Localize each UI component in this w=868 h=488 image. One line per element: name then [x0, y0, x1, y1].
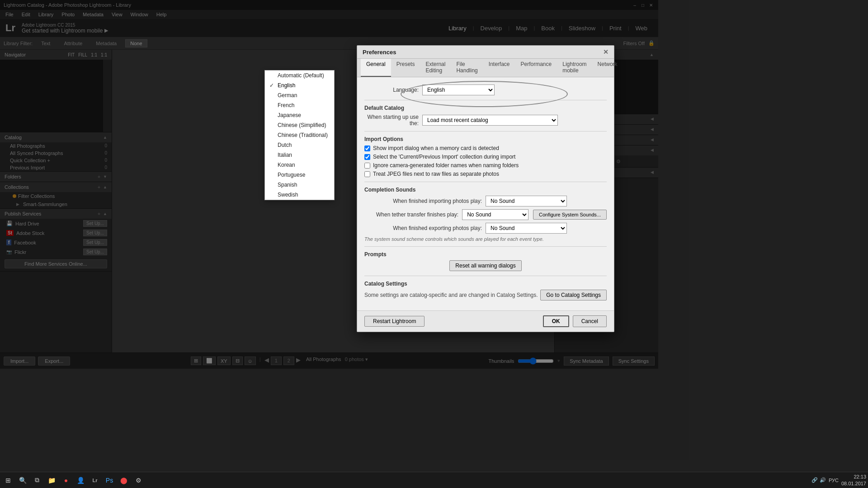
sound-row-2: When tether transfer finishes play: No S… — [364, 209, 607, 220]
completion-sounds-title: Completion Sounds — [364, 187, 607, 193]
dialog-title-bar: Preferences ✕ — [357, 46, 614, 59]
restart-lightroom-btn[interactable]: Restart Lightroom — [364, 316, 425, 327]
sound-select-2[interactable]: No Sound — [462, 209, 528, 220]
sound-label-2: When tether transfer finishes play: — [364, 211, 458, 218]
dialog-tabs: General Presets External Editing File Ha… — [357, 59, 614, 77]
footer-actions: OK Cancel — [543, 315, 607, 327]
lang-option-chinese-simplified[interactable]: Chinese (Simplified) — [265, 120, 334, 130]
sound-note: The system sound scheme controls which s… — [364, 236, 607, 242]
tab-network[interactable]: Network — [592, 59, 623, 77]
sound-row-1: When finished importing photos play: No … — [364, 196, 607, 206]
checkbox-camera-folders[interactable] — [364, 163, 370, 169]
configure-sounds-btn[interactable]: Configure System Sounds... — [533, 210, 607, 220]
reset-row: Reset all warning dialogs — [364, 260, 607, 271]
dialog-close-btn[interactable]: ✕ — [603, 48, 609, 56]
tab-external-editing[interactable]: External Editing — [420, 59, 451, 77]
preferences-dialog: Preferences ✕ General Presets External E… — [357, 45, 614, 332]
tab-interface[interactable]: Interface — [483, 59, 515, 77]
check-row-2: Select the 'Current/Previous Import' col… — [364, 154, 607, 160]
import-options-title: Import Options — [364, 136, 607, 142]
lang-option-auto[interactable]: Automatic (Default) — [265, 70, 334, 80]
language-row: Language: English — [364, 84, 607, 95]
tab-file-handling[interactable]: File Handling — [451, 59, 483, 77]
sound-label-3: When finished exporting photos play: — [364, 225, 482, 231]
divider-2 — [364, 131, 607, 131]
tab-presets[interactable]: Presets — [391, 59, 420, 77]
language-dropdown[interactable]: Automatic (Default) English German Frenc… — [264, 70, 335, 200]
divider-1 — [364, 100, 607, 100]
catalog-settings-note: Some settings are catalog-specific and a… — [364, 292, 538, 298]
check-row-3: Ignore camera-generated folder names whe… — [364, 162, 607, 169]
checkbox-current-import[interactable] — [364, 154, 370, 160]
sound-select-3[interactable]: No Sound — [486, 223, 567, 234]
language-select[interactable]: English — [422, 84, 495, 95]
divider-4 — [364, 246, 607, 247]
default-catalog-select[interactable]: Load most recent catalog Prompt me when … — [422, 115, 558, 126]
check-row-4: Treat JPEG files next to raw files as se… — [364, 171, 607, 177]
lang-option-chinese-traditional[interactable]: Chinese (Traditional) — [265, 130, 334, 140]
lang-option-korean[interactable]: Korean — [265, 160, 334, 170]
cancel-button[interactable]: Cancel — [573, 315, 607, 327]
language-label: Language: — [364, 87, 419, 93]
tab-general[interactable]: General — [361, 59, 391, 77]
check-label-2: Select the 'Current/Previous Import' col… — [373, 154, 515, 160]
lang-option-portuguese[interactable]: Portuguese — [265, 170, 334, 180]
divider-3 — [364, 182, 607, 182]
lang-option-dutch[interactable]: Dutch — [265, 140, 334, 150]
lang-option-japanese[interactable]: Japanese — [265, 110, 334, 120]
dialog-footer: Restart Lightroom OK Cancel — [357, 310, 614, 332]
reset-warnings-btn[interactable]: Reset all warning dialogs — [449, 260, 521, 271]
catalog-settings-title: Catalog Settings — [364, 281, 607, 287]
check-label-1: Show import dialog when a memory card is… — [373, 145, 499, 151]
sound-label-1: When finished importing photos play: — [364, 198, 482, 204]
dialog-body: Language: English Default Catalog When s… — [357, 77, 614, 310]
lang-option-german[interactable]: German — [265, 90, 334, 100]
sound-row-3: When finished exporting photos play: No … — [364, 223, 607, 234]
go-to-catalog-settings-btn[interactable]: Go to Catalog Settings — [540, 290, 607, 300]
checkbox-jpeg-raw[interactable] — [364, 171, 370, 177]
sound-select-1[interactable]: No Sound — [486, 196, 567, 206]
lang-option-italian[interactable]: Italian — [265, 150, 334, 160]
divider-5 — [364, 276, 607, 276]
lang-option-french[interactable]: French — [265, 100, 334, 110]
catalog-settings-row: Some settings are catalog-specific and a… — [364, 290, 607, 300]
lang-option-spanish[interactable]: Spanish — [265, 180, 334, 190]
default-catalog-title: Default Catalog — [364, 105, 607, 111]
tab-performance[interactable]: Performance — [515, 59, 557, 77]
dialog-title-text: Preferences — [363, 49, 396, 56]
check-row-1: Show import dialog when a memory card is… — [364, 145, 607, 151]
check-label-3: Ignore camera-generated folder names whe… — [373, 162, 519, 169]
default-catalog-row: When starting up use the: Load most rece… — [364, 114, 607, 127]
prompts-title: Prompts — [364, 251, 607, 258]
lang-option-english[interactable]: English — [265, 80, 334, 90]
checkbox-import-dialog[interactable] — [364, 145, 370, 151]
ok-button[interactable]: OK — [543, 315, 569, 327]
startup-label: When starting up use the: — [364, 114, 419, 127]
lang-option-swedish[interactable]: Swedish — [265, 190, 334, 200]
tab-lightroom-mobile[interactable]: Lightroom mobile — [557, 59, 592, 77]
check-label-4: Treat JPEG files next to raw files as se… — [373, 171, 499, 177]
